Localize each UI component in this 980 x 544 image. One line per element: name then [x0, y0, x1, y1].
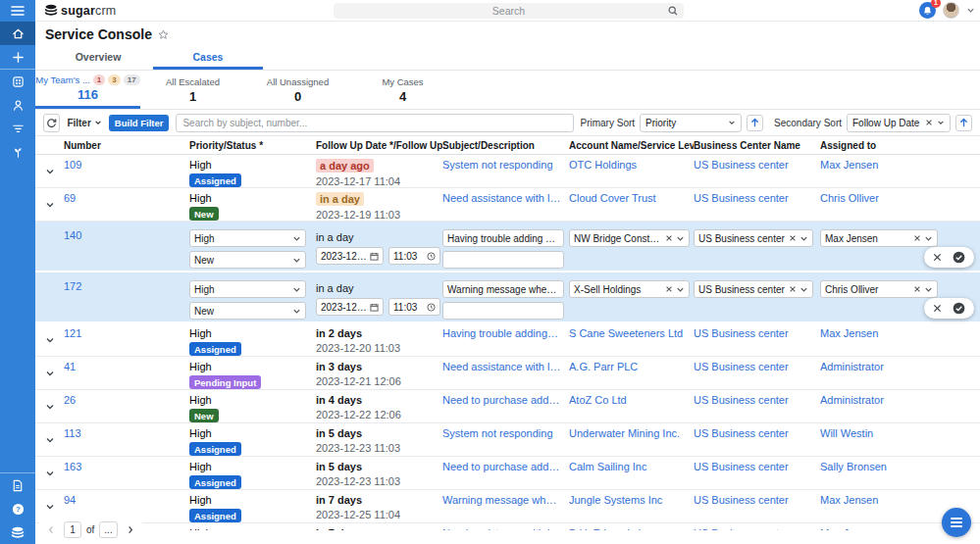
subject-link[interactable]: Need to purchase additional lic...	[442, 461, 569, 472]
business-center-link[interactable]: US Business center	[694, 361, 820, 372]
assigned-select[interactable]: Chris Olliver	[820, 280, 938, 298]
primary-sort-select[interactable]: Priority	[640, 114, 742, 132]
time-input[interactable]: 11:03	[388, 247, 440, 265]
metric-my-cases[interactable]: My Cases 4	[350, 71, 455, 109]
filter-dropdown[interactable]: Filter	[67, 118, 101, 128]
account-link[interactable]: Jungle Systems Inc	[569, 494, 694, 506]
row-expand-chevron-icon[interactable]	[45, 200, 55, 210]
case-number-link[interactable]: 109	[64, 159, 189, 171]
row-expand-chevron-icon[interactable]	[45, 502, 55, 512]
row-expand-chevron-icon[interactable]	[45, 469, 55, 478]
account-link[interactable]: Calm Sailing Inc	[569, 461, 694, 472]
account-link[interactable]: Cloud Cover Trust	[569, 192, 694, 204]
row-expand-chevron-icon[interactable]	[45, 167, 55, 176]
case-search-input[interactable]	[176, 114, 573, 132]
row-expand-chevron-icon[interactable]	[45, 369, 55, 378]
account-link[interactable]: AtoZ Co Ltd	[569, 394, 694, 406]
case-number-link[interactable]: 121	[64, 327, 189, 339]
clear-icon[interactable]	[789, 234, 797, 242]
subject-input[interactable]: Having trouble adding new items	[442, 229, 564, 247]
sidebar-item-modules[interactable]	[0, 70, 35, 93]
global-search-input[interactable]	[334, 5, 684, 17]
assigned-to-link[interactable]: Administrator	[820, 394, 980, 406]
cancel-edit-button[interactable]	[933, 253, 942, 262]
business-center-link[interactable]: US Business center	[694, 427, 820, 439]
account-link[interactable]: Underwater Mining Inc.	[569, 427, 694, 439]
priority-select[interactable]: High	[189, 229, 306, 247]
description-input[interactable]	[442, 302, 564, 320]
confirm-edit-button[interactable]	[953, 302, 965, 315]
cancel-icon[interactable]	[933, 304, 942, 313]
account-link[interactable]: OTC Holdings	[569, 159, 694, 171]
sidebar-item-contacts[interactable]	[0, 93, 35, 117]
notifications-button[interactable]: 1	[919, 2, 936, 19]
favorite-star-icon[interactable]	[158, 29, 169, 40]
case-number-link[interactable]: 26	[64, 394, 189, 406]
status-select[interactable]: New	[189, 302, 306, 320]
sidebar-item-help[interactable]: ?	[0, 497, 35, 520]
refresh-button[interactable]	[43, 114, 60, 132]
header-follow-up-date[interactable]: Follow Up Date */Follow Up Date	[316, 140, 442, 151]
assigned-to-link[interactable]: Sally Bronsen	[820, 461, 980, 472]
row-expand-chevron-icon[interactable]	[45, 335, 55, 345]
tab-overview[interactable]: Overview	[43, 47, 153, 70]
profile-chevron-down-icon[interactable]	[966, 6, 975, 15]
business-center-link[interactable]: US Business center	[694, 327, 820, 339]
secondary-sort-select[interactable]: Follow Up Date	[847, 114, 951, 132]
sidebar-item-sugar[interactable]	[0, 520, 35, 544]
confirm-icon[interactable]	[953, 302, 965, 315]
clear-icon[interactable]	[925, 119, 933, 126]
time-input[interactable]: 11:03	[388, 298, 440, 316]
business-center-link[interactable]: US Business center	[694, 159, 820, 171]
account-link[interactable]: S Cane Sweeteners Ltd	[569, 327, 694, 339]
clear-icon[interactable]	[665, 234, 673, 242]
tab-cases[interactable]: Cases	[153, 47, 263, 70]
assigned-select[interactable]: Max Jensen	[820, 229, 938, 247]
secondary-sort-direction-button[interactable]	[955, 115, 972, 131]
clear-icon[interactable]	[913, 285, 921, 293]
sidebar-item-create[interactable]	[0, 45, 35, 69]
business-center-link[interactable]: US Business center	[694, 192, 820, 204]
case-number-link[interactable]: 140	[64, 229, 189, 241]
cancel-edit-button[interactable]	[933, 304, 942, 313]
assigned-to-link[interactable]: Chris Olliver	[820, 192, 980, 204]
next-page-button[interactable]	[123, 521, 138, 538]
header-account[interactable]: Account Name/Service Level	[569, 140, 694, 151]
sidebar-item-home[interactable]	[0, 22, 35, 45]
clear-icon[interactable]	[665, 285, 673, 293]
case-number-link[interactable]: 94	[64, 494, 189, 506]
row-expand-chevron-icon[interactable]	[45, 402, 55, 412]
subject-link[interactable]: Warning message when using t...	[442, 494, 569, 506]
sidebar-item-documents[interactable]	[0, 473, 35, 497]
metric-all-unassigned[interactable]: All Unassigned 0	[245, 71, 350, 109]
business-center-link[interactable]: US Business center	[694, 461, 820, 472]
header-priority-status[interactable]: Priority/Status *	[189, 140, 316, 151]
confirm-icon[interactable]	[953, 251, 965, 264]
metric-all-escalated[interactable]: All Escalated 1	[140, 71, 245, 109]
clear-icon[interactable]	[913, 234, 921, 242]
hamburger-menu-button[interactable]	[0, 0, 35, 22]
account-select[interactable]: NW Bridge Construction	[569, 229, 690, 247]
assigned-to-link[interactable]: Max Jensen	[820, 159, 980, 171]
status-select[interactable]: New	[189, 251, 306, 269]
date-input[interactable]: 2023-12-19	[316, 247, 384, 265]
sidebar-item-growth[interactable]	[0, 140, 35, 164]
subject-link[interactable]: Having trouble adding new items	[442, 327, 569, 339]
description-input[interactable]	[442, 251, 564, 269]
subject-link[interactable]: Need assistance with large cus...	[442, 361, 569, 372]
account-select[interactable]: X-Sell Holdings	[569, 280, 690, 298]
cancel-icon[interactable]	[933, 253, 942, 262]
more-pages-button[interactable]: ...	[99, 521, 117, 538]
clear-icon[interactable]	[789, 285, 797, 293]
row-expand-chevron-icon[interactable]	[45, 435, 55, 445]
business-center-link[interactable]: US Business center	[694, 494, 820, 506]
business-center-link[interactable]: US Business center	[694, 394, 820, 406]
case-number-link[interactable]: 69	[64, 192, 189, 204]
subject-link[interactable]: System not responding	[442, 159, 569, 171]
build-filter-button[interactable]: Build Filter	[109, 115, 170, 131]
subject-input[interactable]: Warning message when using the	[442, 280, 564, 298]
current-page[interactable]: 1	[64, 521, 81, 538]
prev-page-button[interactable]	[43, 521, 59, 538]
subject-link[interactable]: Need to purchase additional lic...	[442, 394, 569, 406]
assigned-to-link[interactable]: Max Jensen	[820, 327, 980, 339]
